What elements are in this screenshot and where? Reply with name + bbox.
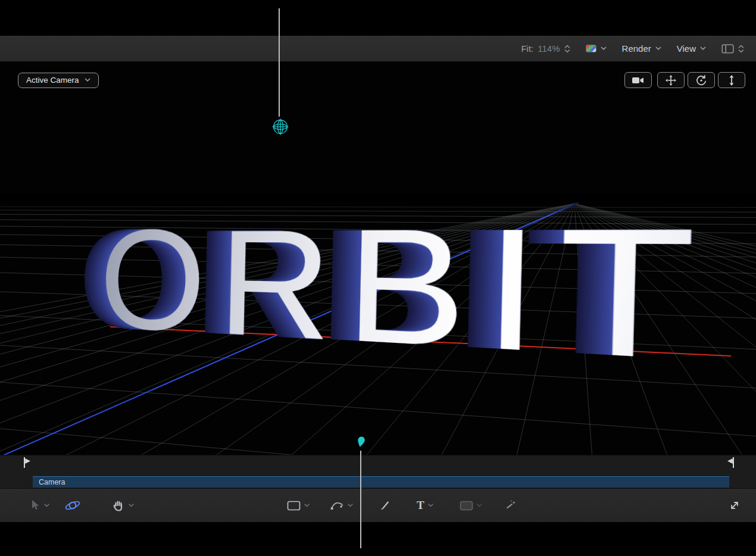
stepper-icon [564,45,570,53]
chevron-down-icon [129,504,134,507]
chevron-down-icon [304,504,310,507]
stepper-icon [738,45,744,53]
chevron-down-icon [348,504,353,507]
3d-view-dolly-button[interactable] [718,72,745,88]
play-range-out-marker[interactable] [726,457,735,468]
image-mask-tool-button[interactable] [460,489,482,522]
camera-icon [632,76,645,85]
orbit-icon [695,74,707,86]
cursor-arrow-icon [30,499,40,511]
bottom-black-strip [0,522,756,556]
hand-icon [112,499,125,512]
dolly-icon [727,74,736,86]
toolbar: T [0,488,756,522]
chevron-down-icon [428,504,433,507]
3d-view-tools-group [657,72,745,88]
callout-line-bottom [360,451,361,548]
paintbrush-icon [379,499,391,511]
camera-view-label: Active Camera [26,76,79,85]
fit-value: 114% [538,43,560,54]
view-label: View [677,43,696,54]
camera-track-label: Camera [39,478,65,486]
text-tool-button[interactable]: T [417,489,433,522]
chevron-down-icon [477,504,482,507]
layout-icon [721,44,734,54]
canvas-toolbar: Fit: 114% Render View [0,36,756,62]
zoom-fit-popup[interactable]: Fit: 114% [521,43,570,54]
window-layout-popup[interactable] [721,44,744,54]
callout-line-top [279,8,280,117]
expand-diagonal-icon [729,499,741,511]
select-tool-button[interactable] [30,489,49,522]
3d-view-pan-button[interactable] [657,72,685,88]
3d-view-orbit-button[interactable] [688,72,715,88]
fit-label: Fit: [521,43,533,54]
paint-stroke-tool-button[interactable] [379,489,391,522]
x-axis-line [110,327,731,356]
camera-target-globe-icon[interactable] [271,117,290,136]
horizon-fade [0,194,756,214]
timeline-expand-button[interactable] [729,489,741,522]
rectangle-icon [287,501,301,511]
3d-transform-tool-button[interactable] [64,489,81,522]
image-well-icon [460,501,473,511]
play-range-in-marker[interactable] [23,457,32,468]
motion-canvas-window: Fit: 114% Render View [0,0,756,556]
chevron-down-icon [655,46,661,51]
camera-button[interactable] [624,72,652,88]
chevron-down-icon [601,46,607,51]
camera-view-popup[interactable]: Active Camera [18,73,99,88]
bezier-pen-icon [330,500,344,511]
chevron-down-icon [700,46,706,51]
view-tool-buttons [624,72,745,88]
pan-icon [665,74,677,86]
pan-hand-tool-button[interactable] [112,489,134,522]
color-swatch-icon [586,45,596,52]
render-label: Render [622,43,651,54]
adjust-item-tool-button[interactable] [505,489,517,522]
render-menu-button[interactable]: Render [622,43,661,54]
top-black-strip [0,0,756,36]
mini-timeline: Camera [0,455,756,488]
bezier-tool-button[interactable] [330,489,353,522]
text-tool-icon: T [417,499,424,512]
rectangle-tool-button[interactable] [287,489,310,522]
chevron-down-icon [44,504,49,507]
magic-wand-icon [505,499,517,511]
chevron-down-icon [85,78,90,82]
camera-track-bar[interactable]: Camera [33,476,729,488]
canvas-3d-grid [0,62,756,455]
canvas-viewport[interactable]: ORBIT ORBIT Active Camera [0,62,756,455]
view-menu-button[interactable]: View [677,43,706,54]
3d-transform-icon [64,497,81,514]
color-channels-popup[interactable] [586,45,607,52]
